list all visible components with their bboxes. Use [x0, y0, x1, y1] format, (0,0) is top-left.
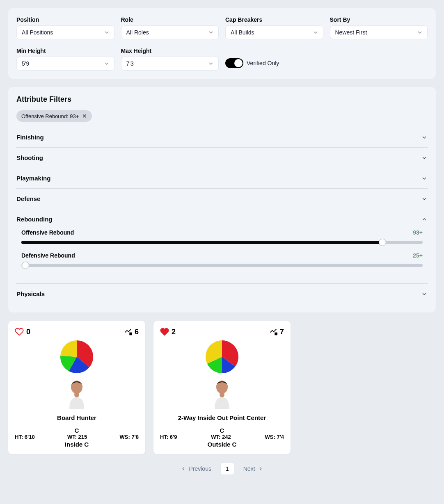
acc-header[interactable]: Physicals — [16, 284, 428, 304]
attribute-filters-panel: Attribute Filters Offensive Rebound: 93+… — [8, 87, 436, 312]
heart-icon — [160, 327, 169, 336]
build-card[interactable]: 2 7 2-Way Inside Out Point Center C HT: … — [153, 321, 291, 454]
svg-point-2 — [74, 392, 79, 397]
player-avatar — [209, 377, 235, 410]
cap-breaker-icon — [124, 328, 132, 336]
chevron-down-icon — [421, 155, 428, 161]
slider-track[interactable] — [21, 264, 423, 267]
label: Role — [121, 16, 219, 23]
position: C — [15, 427, 139, 434]
select-value: 7'3 — [126, 60, 134, 67]
heart-icon — [15, 327, 24, 336]
acc-label: Rebounding — [16, 216, 52, 223]
label: Next — [243, 465, 255, 472]
likes-count: 0 — [26, 328, 30, 336]
max-height-select[interactable]: 7'3 — [121, 57, 219, 71]
select-value: All Roles — [126, 29, 149, 36]
page-number[interactable]: 1 — [220, 463, 234, 475]
acc-shooting: Shooting — [16, 147, 428, 168]
label: Cap Breakers — [225, 16, 323, 23]
acc-label: Defense — [16, 195, 40, 202]
chevron-left-icon — [181, 466, 186, 472]
label: Sort By — [330, 16, 428, 23]
weight: WT: 242 — [211, 434, 231, 440]
role: Inside C — [15, 441, 139, 448]
slider-thumb[interactable] — [22, 262, 29, 269]
acc-header[interactable]: Defense — [16, 189, 428, 209]
chevron-down-icon — [208, 29, 214, 36]
select-value: Newest First — [335, 29, 367, 36]
likes[interactable]: 0 — [15, 327, 30, 336]
acc-label: Playmaking — [16, 175, 50, 182]
wingspan: WS: 7'8 — [120, 434, 139, 440]
label: Previous — [189, 465, 211, 472]
label: Max Height — [121, 48, 219, 54]
sort-by-select[interactable]: Newest First — [330, 25, 428, 39]
weight: WT: 215 — [67, 434, 87, 440]
acc-label: Shooting — [16, 154, 43, 161]
position: C — [160, 427, 284, 434]
close-icon[interactable]: ✕ — [82, 113, 87, 119]
caps-count: 6 — [135, 328, 139, 336]
pie-chart-icon — [205, 340, 239, 374]
acc-header[interactable]: Shooting — [16, 148, 428, 168]
build-name: 2-Way Inside Out Point Center — [160, 414, 284, 421]
verified-toggle-wrap: Verified Only — [225, 56, 323, 71]
position-select[interactable]: All Positions — [16, 25, 114, 39]
active-filter-chip[interactable]: Offensive Rebound: 93+ ✕ — [16, 110, 92, 122]
slider-thumb[interactable] — [379, 239, 386, 246]
role-select[interactable]: All Roles — [121, 25, 219, 39]
slider-track[interactable] — [21, 241, 423, 244]
slider-value: 25+ — [413, 252, 423, 259]
build-card[interactable]: 0 6 Board Hunter C HT: 6'10 WT: 215 WS: … — [8, 321, 145, 454]
acc-label: Finishing — [16, 134, 44, 141]
pie-chart-icon — [60, 340, 94, 374]
chevron-down-icon — [312, 29, 319, 36]
verified-label: Verified Only — [247, 60, 279, 66]
cap-breakers-select[interactable]: All Builds — [225, 25, 323, 39]
svg-point-5 — [220, 392, 224, 397]
cap-breaker-icon — [269, 328, 277, 336]
acc-header[interactable]: Playmaking — [16, 168, 428, 188]
chevron-down-icon — [417, 29, 423, 36]
slider-label: Offensive Rebound — [21, 229, 74, 236]
chevron-right-icon — [258, 466, 263, 472]
likes-count: 2 — [172, 328, 176, 336]
pagination: Previous 1 Next — [8, 463, 436, 475]
acc-finishing: Finishing — [16, 127, 428, 147]
filter-position: Position All Positions — [16, 16, 114, 39]
cap-breakers: 7 — [269, 328, 284, 336]
min-height-select[interactable]: 5'9 — [16, 57, 114, 71]
next-button[interactable]: Next — [239, 463, 268, 474]
filter-sort-by: Sort By Newest First — [330, 16, 428, 39]
wingspan: WS: 7'4 — [265, 434, 284, 440]
chevron-down-icon — [421, 175, 428, 182]
chevron-up-icon — [421, 216, 428, 223]
likes[interactable]: 2 — [160, 327, 176, 336]
role: Outside C — [160, 441, 284, 448]
select-value: 5'9 — [22, 60, 29, 67]
acc-label: Physicals — [16, 290, 45, 297]
label: Min Height — [16, 48, 114, 54]
cap-breakers: 6 — [124, 328, 139, 336]
acc-defense: Defense — [16, 188, 428, 209]
chip-label: Offensive Rebound: 93+ — [21, 113, 79, 119]
chevron-down-icon — [103, 29, 110, 36]
caps-count: 7 — [280, 328, 284, 336]
slider-label: Defensive Rebound — [21, 252, 75, 259]
acc-header[interactable]: Finishing — [16, 127, 428, 147]
height: HT: 6'9 — [160, 434, 177, 440]
builds-grid: 0 6 Board Hunter C HT: 6'10 WT: 215 WS: … — [8, 321, 436, 454]
acc-header[interactable]: Rebounding — [16, 209, 428, 229]
select-value: All Positions — [22, 29, 53, 36]
acc-physicals: Physicals — [16, 283, 428, 304]
slider-value: 93+ — [413, 229, 423, 236]
chevron-down-icon — [103, 60, 110, 67]
slider-defensive-rebound: Defensive Rebound 25+ — [21, 252, 423, 267]
acc-playmaking: Playmaking — [16, 168, 428, 188]
filter-role: Role All Roles — [121, 16, 219, 39]
previous-button[interactable]: Previous — [176, 463, 215, 474]
verified-toggle[interactable] — [225, 58, 243, 68]
player-avatar — [64, 377, 90, 410]
svg-rect-3 — [275, 333, 277, 335]
